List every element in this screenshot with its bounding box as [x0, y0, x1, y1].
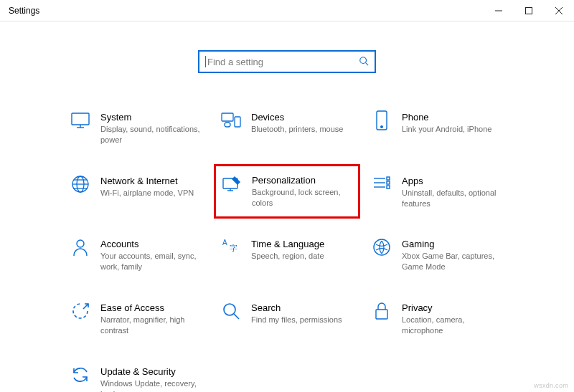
tile-title: Accounts [100, 239, 202, 249]
tile-desc: Link your Android, iPhone [402, 124, 504, 135]
tile-title: Search [251, 302, 353, 313]
tile-personalization[interactable]: Personalization Background, lock screen,… [214, 164, 360, 219]
tile-title: Apps [402, 176, 504, 186]
tile-network[interactable]: Network & Internet Wi-Fi, airplane mode,… [65, 170, 208, 214]
svg-rect-9 [222, 113, 233, 121]
tile-system[interactable]: System Display, sound, notifications, po… [65, 106, 208, 150]
tile-desc: Find my files, permissions [251, 315, 353, 325]
search-category-icon [221, 301, 241, 321]
privacy-icon [372, 301, 392, 321]
maximize-button[interactable] [514, 0, 544, 21]
svg-point-31 [374, 239, 390, 255]
search-wrap [43, 50, 531, 73]
svg-rect-25 [387, 177, 390, 180]
close-button[interactable] [544, 0, 574, 21]
tile-desc: Narrator, magnifier, high contrast [100, 315, 202, 336]
tile-desc: Speech, region, date [251, 251, 353, 262]
gaming-icon [372, 237, 392, 257]
svg-rect-27 [387, 186, 390, 188]
tile-desc: Display, sound, notifications, power [100, 124, 202, 145]
tile-desc: Bluetooth, printers, mouse [251, 124, 353, 135]
personalization-icon [222, 173, 242, 193]
tile-text: Network & Internet Wi-Fi, airplane mode,… [100, 174, 202, 199]
update-security-icon [70, 365, 90, 385]
tile-desc: Location, camera, microphone [402, 315, 504, 336]
globe-icon [70, 174, 90, 194]
tile-text: Accounts Your accounts, email, sync, wor… [100, 237, 202, 272]
titlebar: Settings [0, 0, 574, 21]
tile-title: Privacy [402, 302, 504, 313]
devices-icon [221, 110, 241, 130]
tile-text: Time & Language Speech, region, date [251, 237, 353, 262]
tile-desc: Uninstall, defaults, optional features [402, 188, 504, 209]
tile-gaming[interactable]: Gaming Xbox Game Bar, captures, Game Mod… [366, 233, 509, 277]
tile-title: Network & Internet [100, 176, 202, 186]
phone-icon [372, 110, 392, 130]
tile-desc: Your accounts, email, sync, work, family [100, 251, 202, 272]
svg-line-34 [234, 314, 239, 319]
window-title: Settings [9, 6, 39, 16]
time-language-icon: A字 [221, 237, 241, 257]
svg-line-32 [83, 304, 88, 309]
search-box[interactable] [198, 50, 376, 73]
tile-text: Search Find my files, permissions [251, 301, 353, 325]
tile-text: Devices Bluetooth, printers, mouse [251, 110, 353, 135]
tile-title: Devices [251, 112, 353, 123]
tile-time-language[interactable]: A字 Time & Language Speech, region, date [215, 233, 359, 277]
tile-phone[interactable]: Phone Link your Android, iPhone [366, 106, 509, 150]
tile-title: Gaming [402, 239, 504, 249]
tile-title: System [100, 112, 202, 123]
apps-icon [372, 174, 392, 194]
svg-point-4 [360, 57, 367, 63]
close-icon [555, 7, 563, 14]
tile-desc: Background, lock screen, colors [252, 187, 352, 209]
minimize-button[interactable] [484, 0, 514, 21]
svg-rect-10 [235, 117, 240, 127]
minimize-icon [495, 7, 502, 14]
tile-accounts[interactable]: Accounts Your accounts, email, sync, wor… [65, 233, 208, 277]
tile-privacy[interactable]: Privacy Location, camera, microphone [366, 297, 509, 340]
svg-point-33 [224, 304, 235, 315]
text-cursor [205, 56, 206, 67]
svg-text:A: A [222, 239, 227, 247]
footer-credit: wsxdn.com [534, 382, 568, 389]
tile-title: Update & Security [100, 366, 202, 377]
tile-text: System Display, sound, notifications, po… [100, 110, 202, 145]
svg-point-28 [77, 240, 84, 247]
svg-rect-11 [225, 123, 230, 127]
tile-desc: Windows Update, recovery, backup [100, 378, 202, 392]
svg-rect-35 [376, 310, 387, 319]
svg-rect-26 [387, 181, 390, 184]
settings-grid: System Display, sound, notifications, po… [43, 106, 531, 392]
tile-text: Apps Uninstall, defaults, optional featu… [402, 174, 504, 209]
svg-rect-1 [526, 7, 532, 14]
tile-desc: Wi-Fi, airplane mode, VPN [100, 188, 202, 199]
tile-text: Personalization Background, lock screen,… [252, 173, 352, 209]
search-input[interactable] [207, 57, 359, 67]
content-area: System Display, sound, notifications, po… [0, 21, 574, 392]
svg-point-13 [381, 126, 383, 128]
svg-rect-6 [72, 113, 89, 125]
tile-title: Time & Language [251, 239, 353, 249]
tile-text: Phone Link your Android, iPhone [402, 110, 504, 135]
tile-text: Gaming Xbox Game Bar, captures, Game Mod… [402, 237, 504, 272]
tile-title: Phone [402, 112, 504, 123]
maximize-icon [525, 7, 532, 14]
tile-text: Update & Security Windows Update, recove… [100, 365, 202, 392]
ease-of-access-icon [70, 301, 90, 321]
tile-devices[interactable]: Devices Bluetooth, printers, mouse [215, 106, 359, 150]
tile-apps[interactable]: Apps Uninstall, defaults, optional featu… [366, 170, 509, 214]
tile-search[interactable]: Search Find my files, permissions [215, 297, 359, 340]
accounts-icon [70, 237, 90, 257]
tile-text: Privacy Location, camera, microphone [402, 301, 504, 336]
svg-line-5 [366, 62, 369, 65]
tile-title: Personalization [252, 175, 352, 186]
system-icon [70, 110, 90, 130]
tile-title: Ease of Access [100, 302, 202, 313]
tile-desc: Xbox Game Bar, captures, Game Mode [402, 251, 504, 272]
tile-update-security[interactable]: Update & Security Windows Update, recove… [65, 360, 208, 392]
window-controls [484, 0, 574, 21]
svg-text:字: 字 [230, 244, 237, 252]
tile-ease-of-access[interactable]: Ease of Access Narrator, magnifier, high… [65, 297, 208, 340]
tile-text: Ease of Access Narrator, magnifier, high… [100, 301, 202, 336]
